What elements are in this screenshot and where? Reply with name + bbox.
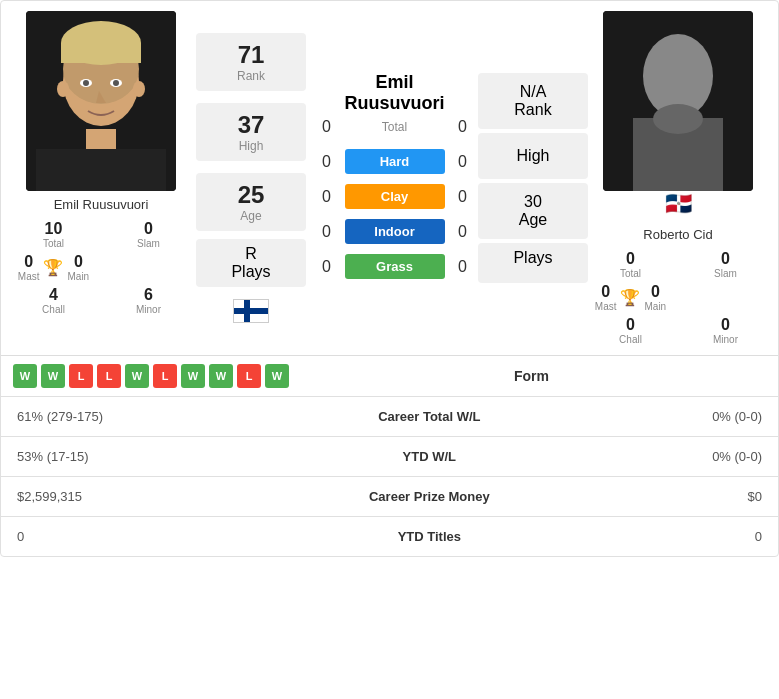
hard-court-row: 0 Hard 0 bbox=[311, 149, 478, 174]
form-badge-w: W bbox=[209, 364, 233, 388]
form-badge-l: L bbox=[153, 364, 177, 388]
right-rank-box: N/A Rank bbox=[478, 73, 588, 129]
stats-row-2: $2,599,315 Career Prize Money $0 bbox=[1, 477, 778, 517]
right-age-box: 30 Age bbox=[478, 183, 588, 239]
stats-right-0: 0% (0-0) bbox=[598, 397, 778, 437]
right-player-svg bbox=[603, 11, 753, 191]
form-label: Form bbox=[514, 368, 549, 384]
svg-point-7 bbox=[83, 80, 89, 86]
left-player-photo bbox=[26, 11, 176, 191]
stats-row-3: 0 YTD Titles 0 bbox=[1, 517, 778, 557]
players-section: Emil Ruusuvuori 10 Total 0 Slam 0 Mast 🏆 bbox=[1, 1, 778, 355]
stats-left-1: 53% (17-15) bbox=[1, 437, 261, 477]
stats-tbody: 61% (279-175) Career Total W/L 0% (0-0) … bbox=[1, 397, 778, 557]
form-section: WWLLWLWWLW Form bbox=[1, 355, 778, 396]
left-player-card: Emil Ruusuvuori 10 Total 0 Slam 0 Mast 🏆 bbox=[11, 11, 191, 345]
right-player-photo bbox=[603, 11, 753, 191]
indoor-court-row: 0 Indoor 0 bbox=[311, 219, 478, 244]
stats-right-2: $0 bbox=[598, 477, 778, 517]
right-minor-stat: 0 Minor bbox=[683, 316, 768, 345]
stats-mid-1: YTD W/L bbox=[261, 437, 597, 477]
stats-mid-2: Career Prize Money bbox=[261, 477, 597, 517]
right-chall-stat: 0 Chall bbox=[588, 316, 673, 345]
right-trophy-icon: 🏆 bbox=[620, 288, 640, 307]
court-section: EmilRuusuvuori 0 Total 0 0 Hard 0 0 Clay… bbox=[311, 11, 478, 345]
form-badge-w: W bbox=[181, 364, 205, 388]
hard-court-btn[interactable]: Hard bbox=[345, 149, 445, 174]
stats-table: 61% (279-175) Career Total W/L 0% (0-0) … bbox=[1, 396, 778, 556]
stats-left-2: $2,599,315 bbox=[1, 477, 261, 517]
right-mast-stat: 0 Mast 🏆 0 Main bbox=[588, 283, 673, 312]
left-total-stat: 10 Total bbox=[11, 220, 96, 249]
right-player-name: Roberto Cid bbox=[643, 227, 712, 242]
total-row: 0 Total 0 bbox=[317, 118, 473, 136]
form-badge-w: W bbox=[265, 364, 289, 388]
dominican-flag: 🇩🇴 bbox=[665, 191, 692, 216]
left-slam-stat: 0 Slam bbox=[106, 220, 191, 249]
form-badge-l: L bbox=[237, 364, 261, 388]
right-player-stats: 0 Total 0 Slam 0 Mast 🏆 0 Main bbox=[588, 250, 768, 345]
right-player-card: 🇩🇴 Roberto Cid 0 Total 0 Slam 0 Mast bbox=[588, 11, 768, 345]
stats-row-0: 61% (279-175) Career Total W/L 0% (0-0) bbox=[1, 397, 778, 437]
clay-court-btn[interactable]: Clay bbox=[345, 184, 445, 209]
clay-court-row: 0 Clay 0 bbox=[311, 184, 478, 209]
main-container: Emil Ruusuvuori 10 Total 0 Slam 0 Mast 🏆 bbox=[0, 0, 779, 557]
right-plays-box: Plays bbox=[478, 243, 588, 283]
right-slam-stat: 0 Slam bbox=[683, 250, 768, 279]
stats-right-3: 0 bbox=[598, 517, 778, 557]
stats-mid-3: YTD Titles bbox=[261, 517, 597, 557]
left-mast-stat: 0 Mast 🏆 0 Main bbox=[11, 253, 96, 282]
svg-point-16 bbox=[653, 104, 703, 134]
form-badge-w: W bbox=[125, 364, 149, 388]
stats-row-1: 53% (17-15) YTD W/L 0% (0-0) bbox=[1, 437, 778, 477]
left-age-box: 25 Age bbox=[196, 173, 306, 231]
left-player-svg bbox=[26, 11, 176, 191]
form-badge-l: L bbox=[69, 364, 93, 388]
stats-mid-0: Career Total W/L bbox=[261, 397, 597, 437]
left-center-stats: 71 Rank 37 High 25 Age R Plays bbox=[191, 11, 311, 345]
right-flag-emoji: 🇩🇴 bbox=[665, 191, 692, 217]
form-badge-l: L bbox=[97, 364, 121, 388]
finland-flag bbox=[233, 299, 269, 323]
left-plays-box: R Plays bbox=[196, 239, 306, 287]
grass-court-btn[interactable]: Grass bbox=[345, 254, 445, 279]
form-badges-container: WWLLWLWWLW bbox=[13, 364, 289, 388]
left-player-stats: 10 Total 0 Slam 0 Mast 🏆 0 Main bbox=[11, 220, 191, 315]
right-total-stat: 0 Total bbox=[588, 250, 673, 279]
left-minor-stat: 6 Minor bbox=[106, 286, 191, 315]
right-center-stats: N/A Rank High 30 Age Plays bbox=[478, 11, 588, 345]
form-badge-w: W bbox=[41, 364, 65, 388]
left-flag bbox=[233, 295, 269, 327]
svg-rect-4 bbox=[61, 43, 141, 63]
svg-rect-10 bbox=[36, 149, 166, 191]
right-high-box: High bbox=[478, 133, 588, 179]
left-high-box: 37 High bbox=[196, 103, 306, 161]
form-badge-w: W bbox=[13, 364, 37, 388]
grass-court-row: 0 Grass 0 bbox=[311, 254, 478, 279]
stats-right-1: 0% (0-0) bbox=[598, 437, 778, 477]
svg-rect-9 bbox=[86, 129, 116, 149]
left-rank-box: 71 Rank bbox=[196, 33, 306, 91]
indoor-court-btn[interactable]: Indoor bbox=[345, 219, 445, 244]
svg-point-8 bbox=[113, 80, 119, 86]
left-player-title: EmilRuusuvuori bbox=[344, 72, 444, 114]
stats-left-3: 0 bbox=[1, 517, 261, 557]
stats-left-0: 61% (279-175) bbox=[1, 397, 261, 437]
svg-point-12 bbox=[133, 81, 145, 97]
svg-point-11 bbox=[57, 81, 69, 97]
left-player-name: Emil Ruusuvuori bbox=[54, 197, 149, 212]
left-chall-stat: 4 Chall bbox=[11, 286, 96, 315]
left-trophy-icon: 🏆 bbox=[43, 258, 63, 277]
